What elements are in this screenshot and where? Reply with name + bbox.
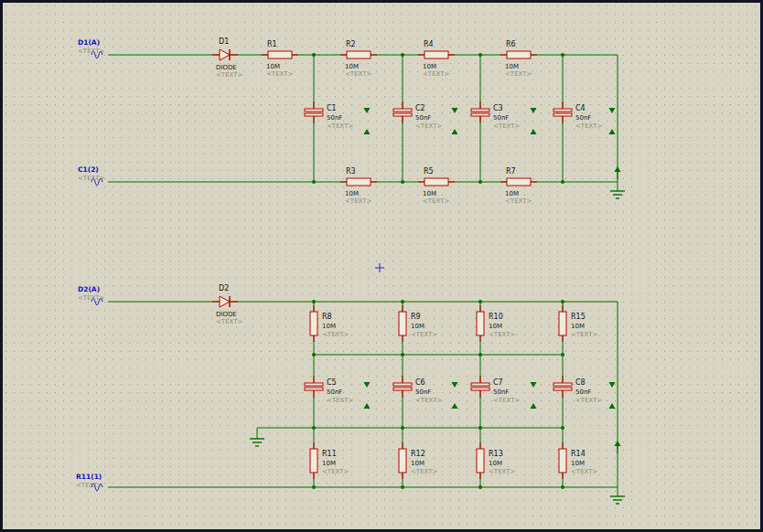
resistor-body-icon bbox=[507, 51, 531, 59]
resistor-text-placeholder: <TEXT> bbox=[322, 468, 349, 475]
resistor-value: 10M bbox=[322, 323, 336, 330]
terminal-label: D2(A) bbox=[78, 285, 100, 293]
resistor-text-placeholder: <TEXT> bbox=[505, 197, 532, 205]
resistor-text-placeholder: <TEXT> bbox=[345, 197, 372, 205]
resistor-ref: R2 bbox=[346, 40, 356, 48]
resistor-ref: R14 bbox=[571, 450, 586, 458]
capacitor-plate-icon bbox=[471, 113, 489, 116]
resistor-text-placeholder: <TEXT> bbox=[266, 70, 294, 78]
resistor-body-icon bbox=[399, 312, 406, 335]
terminal-text-placeholder: <TEXT> bbox=[78, 48, 105, 55]
capacitor-value: 50nF bbox=[575, 388, 591, 396]
diode-ref: D1 bbox=[219, 37, 229, 46]
resistor-text-placeholder: <TEXT> bbox=[411, 468, 438, 475]
resistor-ref: R9 bbox=[411, 313, 421, 321]
resistor-ref: R7 bbox=[506, 167, 516, 176]
junction-dot bbox=[478, 485, 482, 489]
resistor-ref: R13 bbox=[489, 450, 503, 458]
resistor-ref: R4 bbox=[424, 40, 434, 48]
resistor-value: 10M bbox=[266, 63, 280, 70]
terminal-text-placeholder: <TEXT> bbox=[78, 175, 105, 182]
capacitor-plate-icon bbox=[553, 388, 572, 390]
junction-dot bbox=[561, 180, 564, 184]
resistor-text-placeholder: <TEXT> bbox=[571, 331, 598, 338]
capacitor-ref: C3 bbox=[493, 104, 503, 112]
diode-text-placeholder: <TEXT> bbox=[216, 318, 243, 325]
resistor-value: 10M bbox=[322, 460, 336, 467]
junction-dot bbox=[478, 426, 482, 430]
resistor-text-placeholder: <TEXT> bbox=[423, 197, 450, 205]
resistor-text-placeholder: <TEXT> bbox=[489, 331, 516, 338]
resistor-text-placeholder: <TEXT> bbox=[489, 468, 516, 475]
diode-ref: D2 bbox=[219, 284, 229, 293]
resistor-body-icon bbox=[559, 449, 566, 473]
resistor-ref: R10 bbox=[489, 313, 503, 321]
junction-dot bbox=[401, 300, 404, 303]
capacitor-value: 50nF bbox=[493, 388, 509, 396]
resistor-value: 10M bbox=[489, 460, 502, 467]
junction-dot bbox=[312, 426, 316, 430]
capacitor-plate-icon bbox=[553, 109, 572, 112]
capacitor-text-placeholder: <TEXT> bbox=[575, 397, 603, 404]
capacitor-text-placeholder: <TEXT> bbox=[327, 122, 354, 130]
junction-dot bbox=[401, 353, 404, 356]
junction-dot bbox=[312, 353, 316, 356]
diode-value: DIODE bbox=[216, 64, 237, 71]
resistor-ref: R11 bbox=[322, 450, 337, 458]
resistor-body-icon bbox=[347, 178, 371, 186]
capacitor-ref: C1 bbox=[327, 104, 337, 112]
junction-dot bbox=[561, 53, 564, 57]
junction-dot bbox=[478, 300, 482, 303]
capacitor-plate-icon bbox=[305, 113, 323, 116]
resistor-body-icon bbox=[424, 51, 448, 59]
resistor-body-icon bbox=[424, 178, 448, 186]
resistor-body-icon bbox=[310, 449, 317, 473]
resistor-value: 10M bbox=[423, 190, 436, 197]
resistor-value: 10M bbox=[505, 190, 519, 197]
diode-value: DIODE bbox=[216, 311, 237, 318]
resistor-value: 10M bbox=[505, 63, 519, 70]
capacitor-value: 50nF bbox=[415, 388, 431, 396]
junction-dot bbox=[312, 485, 316, 489]
resistor-text-placeholder: <TEXT> bbox=[571, 468, 598, 475]
capacitor-value: 50nF bbox=[493, 114, 509, 122]
resistor-value: 10M bbox=[489, 323, 502, 330]
capacitor-text-placeholder: <TEXT> bbox=[493, 122, 521, 130]
capacitor-plate-icon bbox=[393, 383, 412, 386]
capacitor-ref: C7 bbox=[493, 378, 503, 387]
schematic-canvas[interactable]: D1DIODE<TEXT>D2DIODE<TEXT>R110M<TEXT>R21… bbox=[0, 0, 763, 532]
capacitor-plate-icon bbox=[305, 388, 323, 390]
junction-dot bbox=[561, 485, 564, 489]
capacitor-plate-icon bbox=[553, 113, 572, 116]
junction-dot bbox=[401, 180, 404, 184]
resistor-body-icon bbox=[399, 449, 406, 473]
resistor-body-icon bbox=[268, 51, 292, 59]
resistor-text-placeholder: <TEXT> bbox=[505, 70, 532, 78]
junction-dot bbox=[561, 353, 564, 356]
terminal-label: D1(A) bbox=[78, 38, 100, 47]
grid-dots bbox=[3, 3, 760, 529]
terminal-label: C1(2) bbox=[78, 165, 99, 174]
junction-dot bbox=[312, 300, 316, 303]
capacitor-value: 50nF bbox=[575, 114, 591, 122]
capacitor-plate-icon bbox=[471, 388, 489, 390]
resistor-ref: R8 bbox=[322, 313, 332, 321]
schematic-svg[interactable]: D1DIODE<TEXT>D2DIODE<TEXT>R110M<TEXT>R21… bbox=[3, 3, 760, 529]
capacitor-plate-icon bbox=[471, 383, 489, 386]
junction-dot bbox=[401, 485, 404, 489]
terminal-label: R11(1) bbox=[76, 473, 102, 481]
capacitor-plate-icon bbox=[393, 388, 412, 390]
resistor-ref: R12 bbox=[411, 450, 425, 458]
resistor-text-placeholder: <TEXT> bbox=[411, 331, 438, 338]
junction-dot bbox=[312, 180, 316, 184]
generator-terminal-R111[interactable]: R11(1)<TEXT> bbox=[76, 473, 103, 491]
capacitor-plate-icon bbox=[471, 109, 489, 112]
resistor-ref: R5 bbox=[424, 167, 434, 176]
resistor-ref: R3 bbox=[346, 167, 356, 176]
capacitor-ref: C4 bbox=[575, 104, 586, 112]
capacitor-value: 50nF bbox=[327, 114, 342, 122]
capacitor-value: 50nF bbox=[415, 114, 431, 122]
capacitor-text-placeholder: <TEXT> bbox=[415, 397, 443, 404]
capacitor-text-placeholder: <TEXT> bbox=[327, 397, 354, 404]
junction-dot bbox=[401, 53, 404, 57]
